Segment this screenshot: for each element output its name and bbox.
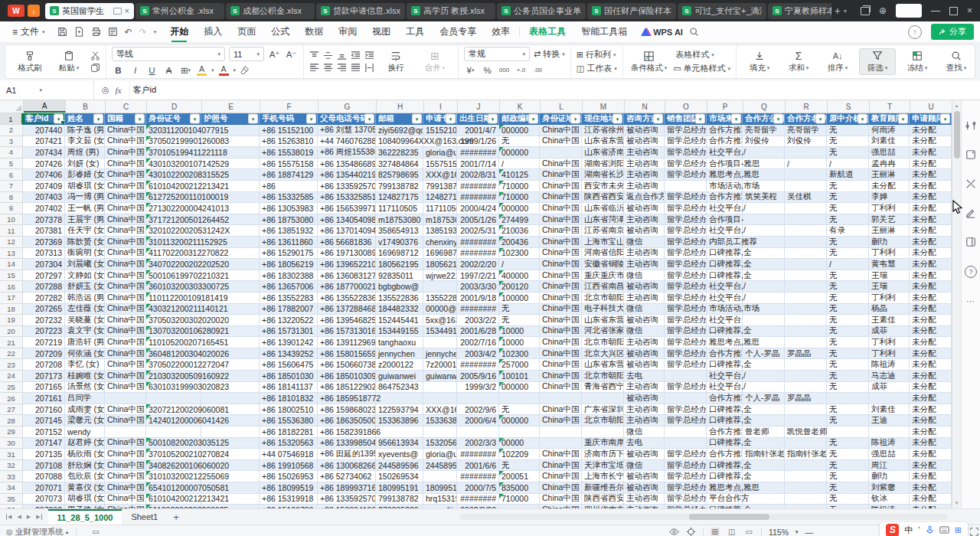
cell[interactable]: 韩浩远 (男) (65, 293, 105, 304)
cell[interactable]: 社交平台,/ (707, 203, 743, 214)
cell[interactable]: / (499, 259, 540, 270)
column-filter-icon[interactable]: ▾ (306, 114, 316, 124)
cell[interactable]: 2002/9/6 (457, 404, 499, 416)
cell[interactable]: 刘紫馨 (869, 482, 910, 494)
cell[interactable]: 244589596 (423, 460, 457, 472)
cell[interactable] (665, 181, 707, 192)
row-header[interactable]: 32 (0, 460, 23, 472)
cell[interactable]: 000000 (499, 203, 540, 214)
cell[interactable]: wendy (65, 427, 105, 438)
cell[interactable]: 无 (827, 359, 869, 371)
share-button[interactable]: 分享 (931, 24, 974, 40)
cell[interactable]: 无 (499, 304, 540, 315)
cell[interactable]: China中国 (105, 237, 146, 248)
cell[interactable]: 陈祖涛 (869, 438, 910, 449)
cell[interactable]: 未分配 (910, 371, 952, 382)
cell[interactable]: 153449155 (376, 326, 423, 338)
cell[interactable]: 无 (827, 382, 869, 394)
avatar[interactable] (896, 4, 922, 18)
row-header[interactable]: 25 (0, 382, 23, 394)
cell[interactable]: +86 1395468251 (318, 315, 376, 326)
cell[interactable]: 梁馨元 (女) (65, 415, 105, 427)
cell[interactable]: ######## (457, 181, 499, 192)
menu-视图[interactable]: 视图 (364, 23, 398, 41)
cell[interactable]: +86 周煜1553801 (318, 147, 376, 159)
cell[interactable]: China中国 (540, 348, 582, 360)
cell[interactable]: 任天宇 (女) (65, 225, 105, 237)
header-cell[interactable]: 邮箱▾ (376, 113, 423, 125)
table-style-button[interactable]: 表格样式▾ (673, 49, 730, 60)
scroll-down-icon[interactable]: ▾ (956, 500, 959, 506)
cell[interactable]: +86 1354402198 (318, 169, 376, 181)
cell[interactable]: 罗晶晶 (785, 348, 827, 360)
cell[interactable]: China中国 (105, 482, 146, 494)
cell[interactable]: 合作方推荐 (707, 427, 743, 438)
cell[interactable]: China中国 (540, 181, 582, 192)
cell[interactable]: 371721200501264452 (146, 214, 201, 226)
cell[interactable]: 207147 (23, 438, 65, 449)
document-tab[interactable]: S常州公积金 .xlsx (136, 3, 224, 19)
cell[interactable]: +86 18099519 (260, 482, 318, 494)
cell[interactable]: +86 13611860 (260, 237, 318, 248)
cell[interactable]: +86 1863505000 (318, 415, 376, 427)
cell[interactable]: +86 1506607386 (318, 359, 376, 371)
cell[interactable]: China中国 (105, 259, 146, 270)
cell[interactable]: 陕西省西安市 (582, 494, 624, 505)
cell[interactable]: 无 (827, 214, 869, 226)
cell[interactable]: 无 (827, 482, 869, 494)
format-painter-button[interactable]: 格式刷 (12, 49, 47, 74)
cell[interactable]: 7z2000122 (423, 359, 457, 371)
cell[interactable]: 冯一博 (男) (65, 192, 105, 204)
cell[interactable]: 000000 (499, 147, 540, 159)
cell[interactable]: 被动咨询 (624, 203, 665, 214)
cell[interactable]: 无 (827, 371, 869, 382)
cell[interactable]: 微信 (624, 460, 665, 472)
header-cell[interactable]: 客户id▾ (23, 113, 65, 125)
cell[interactable]: China中国 (540, 382, 582, 394)
cell[interactable]: 主动咨询 (624, 169, 665, 181)
cell[interactable]: 92835011 (376, 270, 423, 282)
cell[interactable]: 未分配 (910, 326, 952, 338)
cell[interactable]: 强思喆 (869, 147, 910, 159)
cell[interactable]: 无 (827, 326, 869, 338)
select-all-corner[interactable] (0, 100, 24, 113)
cell[interactable]: 新航道 (827, 169, 869, 181)
cell[interactable]: 刘素佳 (869, 404, 910, 416)
menu-插入[interactable]: 插入 (196, 23, 230, 41)
row-header[interactable]: 31 (0, 449, 23, 460)
worksheet-button[interactable]: ◫工作表▾ (577, 63, 617, 74)
column-filter-icon[interactable]: ▾ (858, 114, 867, 124)
cell[interactable]: 留学总经办 (665, 382, 707, 394)
column-filter-icon[interactable]: ▾ (135, 114, 145, 124)
cell[interactable]: 411702200312270822 (146, 248, 201, 260)
column-filter-icon[interactable]: ▾ (190, 114, 200, 124)
cell[interactable]: gloria@uk (423, 449, 457, 460)
cell[interactable]: 合作方推荐 (707, 136, 743, 148)
cell[interactable]: 207173 (23, 371, 65, 382)
last-sheet-icon[interactable]: ▶ (36, 514, 41, 520)
cell[interactable]: +86 (260, 181, 318, 192)
cell[interactable]: 被动咨询 (624, 471, 665, 482)
cell[interactable]: 210303200509160922 (146, 371, 201, 382)
row-header[interactable]: 7 (0, 181, 23, 192)
increase-font-icon[interactable]: A⁺ (268, 47, 281, 60)
cell[interactable]: 无 (827, 460, 869, 472)
cell[interactable] (869, 427, 910, 438)
save-icon[interactable] (57, 27, 67, 37)
cell[interactable]: 000000 (499, 382, 540, 394)
cell[interactable] (105, 427, 146, 438)
cell[interactable]: 320721200209060081 (146, 404, 201, 416)
cell[interactable]: 左佳薇 (女) (65, 304, 105, 315)
cell[interactable]: 彭睿婧 (女) (65, 169, 105, 181)
sum-button[interactable]: Σ 求和▾ (781, 49, 816, 74)
column-filter-icon[interactable]: ▾ (898, 114, 908, 124)
cell[interactable]: 无 (827, 494, 869, 505)
header-cell[interactable]: 国籍▾ (105, 113, 146, 125)
eye-icon[interactable] (669, 527, 679, 536)
cell[interactable]: China中国 (540, 315, 582, 326)
target-icon[interactable] (686, 527, 696, 536)
cell[interactable]: China中国 (105, 169, 146, 181)
cell[interactable]: 雅思考点,雅思 (707, 482, 743, 494)
cell[interactable]: hrq153199 (423, 494, 457, 505)
cell[interactable] (201, 393, 260, 404)
